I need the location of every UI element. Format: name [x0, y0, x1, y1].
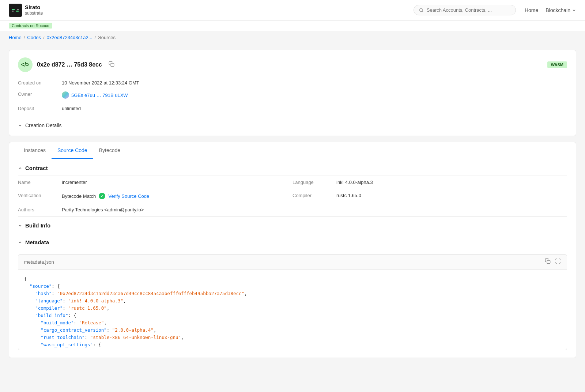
name-label: Name	[18, 180, 62, 185]
owner-avatar: 5GEs e7uu … 791B uLXW	[62, 91, 128, 99]
nav-blockchain[interactable]: Blockchain	[546, 7, 576, 13]
wasm-badge: WASM	[547, 61, 567, 68]
build-info-section: Build Info	[18, 216, 567, 233]
copy-icon	[109, 61, 114, 67]
chevron-down-icon	[18, 123, 22, 128]
chevron-down-icon	[18, 223, 22, 228]
expand-icon	[555, 258, 561, 264]
search-icon	[419, 8, 424, 13]
created-on-value: 10 November 2022 at 12:33:24 GMT	[62, 79, 567, 86]
compiler-label: Compiler	[292, 193, 336, 198]
copy-code-button[interactable]	[545, 258, 551, 265]
code-title-row: </> 0x2e d872 … 75d3 8ecc WASM	[18, 57, 567, 72]
creation-details-label: Creation Details	[25, 122, 62, 128]
contract-left: Name incrementer Verification Bytecode M…	[18, 176, 292, 216]
breadcrumb-sep-2: /	[43, 35, 45, 40]
tabs-header: Instances Source Code Bytecode	[9, 142, 576, 159]
code-icon: </>	[18, 57, 33, 72]
metadata-section-header[interactable]: Metadata	[18, 233, 567, 250]
build-info-label: Build Info	[25, 222, 50, 229]
copy-icon	[545, 258, 551, 264]
svg-rect-6	[547, 260, 550, 264]
compiler-value: rustc 1.65.0	[336, 193, 567, 198]
logo[interactable]: Sirato substrate	[9, 4, 43, 17]
logo-subtitle: substrate	[25, 11, 43, 16]
verification-row: Bytecode Match ✓ Verify Source Code	[62, 193, 292, 199]
contract-verification-row: Verification Bytecode Match ✓ Verify Sou…	[18, 189, 292, 203]
nav-home[interactable]: Home	[525, 7, 538, 13]
metadata-label: Metadata	[25, 239, 49, 245]
code-viewer-body[interactable]: { "source": { "hash": "0x2ed87234d3c1a2d…	[18, 270, 567, 350]
header-right: Home Blockchain	[414, 5, 576, 15]
contract-fields: Name incrementer Verification Bytecode M…	[18, 176, 567, 216]
authors-value: Parity Technologies <admin@parity.io>	[62, 207, 292, 212]
contract-label: Contract	[25, 165, 48, 171]
deposit-value: unlimited	[62, 105, 567, 112]
code-hash: 0x2e d872 … 75d3 8ecc	[37, 61, 102, 68]
breadcrumb-hash[interactable]: 0x2ed87234d3c1a2...	[47, 35, 93, 40]
copy-hash-button[interactable]	[106, 60, 117, 69]
language-value: ink! 4.0.0-alpha.3	[336, 180, 567, 185]
created-on-label: Created on	[18, 79, 62, 86]
expand-code-button[interactable]	[555, 258, 561, 265]
owner-value: 5GEs e7uu … 791B uLXW	[62, 91, 567, 101]
svg-rect-1	[16, 10, 19, 11]
code-content: { "source": { "hash": "0x2ed87234d3c1a2d…	[24, 275, 561, 348]
contract-right: Language ink! 4.0.0-alpha.3 Compiler rus…	[292, 176, 567, 216]
contract-section-header[interactable]: Contract	[18, 159, 567, 176]
tab-bytecode[interactable]: Bytecode	[93, 142, 126, 159]
logo-text: Sirato substrate	[25, 4, 43, 16]
bytecode-match-text: Bytecode Match	[62, 193, 96, 199]
chevron-up-icon	[18, 240, 22, 245]
breadcrumb-current: Sources	[98, 35, 116, 40]
svg-rect-3	[17, 9, 19, 10]
code-viewer-filename: metadata.json	[24, 259, 54, 265]
language-label: Language	[292, 180, 336, 185]
contract-language-row: Language ink! 4.0.0-alpha.3	[292, 176, 567, 189]
build-info-header[interactable]: Build Info	[18, 216, 567, 233]
breadcrumb-codes[interactable]: Codes	[27, 35, 41, 40]
svg-rect-0	[12, 9, 15, 10]
breadcrumb-home[interactable]: Home	[9, 35, 22, 40]
owner-avatar-image	[62, 91, 69, 99]
code-header-card: </> 0x2e d872 … 75d3 8ecc WASM Created o…	[9, 50, 576, 136]
deposit-label: Deposit	[18, 105, 62, 112]
breadcrumb: Home / Codes / 0x2ed87234d3c1a2... / Sou…	[0, 31, 585, 44]
contract-compiler-row: Compiler rustc 1.65.0	[292, 189, 567, 202]
metadata-section: Metadata metadata.json	[18, 233, 567, 350]
contract-name-row: Name incrementer	[18, 176, 292, 189]
code-viewer: metadata.json	[18, 254, 567, 350]
code-viewer-header: metadata.json	[18, 255, 567, 270]
meta-grid: Created on 10 November 2022 at 12:33:24 …	[18, 79, 567, 112]
svg-rect-5	[111, 63, 114, 67]
tab-source-code[interactable]: Source Code	[52, 142, 93, 159]
search-box[interactable]	[414, 5, 516, 15]
code-icon-symbol: </>	[21, 61, 29, 68]
tabs-card: Instances Source Code Bytecode Contract …	[9, 142, 576, 358]
owner-address[interactable]: 5GEs e7uu … 791B uLXW	[71, 93, 128, 98]
nav-blockchain-label: Blockchain	[546, 7, 570, 13]
logo-name: Sirato	[25, 4, 43, 11]
verification-label: Verification	[18, 193, 62, 199]
creation-details-section: Creation Details	[18, 118, 567, 128]
header-left: Sirato substrate	[9, 4, 43, 17]
chevron-down-icon	[572, 8, 576, 12]
svg-point-4	[420, 8, 423, 12]
network-badge: Contracts on Rococo	[9, 23, 52, 29]
creation-details-header[interactable]: Creation Details	[18, 122, 567, 128]
svg-rect-2	[12, 10, 14, 11]
name-value: incrementer	[62, 180, 292, 185]
search-input[interactable]	[427, 7, 510, 13]
tab-instances[interactable]: Instances	[18, 142, 52, 159]
code-title-left: </> 0x2e d872 … 75d3 8ecc	[18, 57, 117, 72]
app-header: Sirato substrate Home Blockchain	[0, 0, 585, 20]
verify-source-code-link[interactable]: Verify Source Code	[108, 193, 149, 199]
main-content: </> 0x2e d872 … 75d3 8ecc WASM Created o…	[0, 50, 585, 367]
tabs-content: Contract Name incrementer Verification B…	[9, 159, 576, 350]
logo-icon	[9, 4, 22, 17]
verify-check-icon: ✓	[99, 193, 105, 199]
contract-authors-row: Authors Parity Technologies <admin@parit…	[18, 203, 292, 216]
owner-label: Owner	[18, 91, 62, 101]
authors-label: Authors	[18, 207, 62, 212]
chevron-up-icon	[18, 166, 22, 170]
